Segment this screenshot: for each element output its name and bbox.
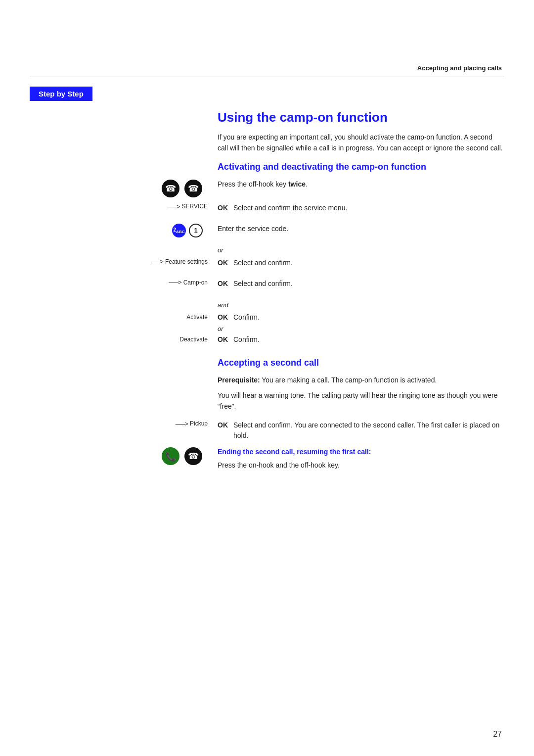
sub-row-activate: Activate OK Confirm. bbox=[30, 313, 504, 321]
sub-right-activate: OK Confirm. bbox=[213, 313, 504, 321]
off-hook-icon-1: ☎ bbox=[161, 179, 180, 198]
step-right-service-code: Enter the service code. bbox=[213, 224, 504, 234]
service-menu-label: SERVICE bbox=[182, 203, 208, 210]
ending-text: Press the on-hook and the off-hook key. bbox=[218, 460, 340, 471]
svg-text:☎: ☎ bbox=[188, 451, 199, 461]
off-hook-icon-3: ☎ bbox=[184, 447, 203, 466]
ending-icons: 📞 ☎ bbox=[161, 447, 208, 466]
svg-text:📞: 📞 bbox=[165, 451, 177, 462]
step-right-and: and bbox=[213, 299, 504, 311]
sub-left-activate: Activate bbox=[30, 314, 213, 321]
step-row-ending: 📞 ☎ Ending the second call, resuming the… bbox=[30, 447, 504, 471]
campon-menu-label: Camp-on bbox=[183, 279, 208, 286]
deactivate-label: Deactivate bbox=[179, 336, 208, 343]
feature-menu-label: Feature settings bbox=[165, 258, 208, 265]
arrow-campon: –––> Camp-on bbox=[169, 279, 208, 286]
two-col-layout: Using the camp-on function If you are ex… bbox=[30, 110, 504, 179]
section1-heading: Activating and deactivating the camp-on … bbox=[218, 161, 504, 173]
step-right-or1: or bbox=[213, 244, 504, 256]
off-hook-icon-2: ☎ bbox=[184, 179, 203, 198]
section1-heading-text: Activating and deactivating the camp-on … bbox=[218, 162, 426, 172]
step-row-and: and bbox=[30, 299, 504, 311]
campon-ok-label: OK bbox=[218, 279, 229, 289]
service-ok-text: Select and confirm the service menu. bbox=[233, 203, 347, 213]
step-left-ending-icons: 📞 ☎ bbox=[30, 447, 213, 466]
ending-subheading: Ending the second call, resuming the fir… bbox=[218, 447, 371, 457]
step-row-or1: or bbox=[30, 244, 504, 256]
step-row-or2: or bbox=[30, 323, 504, 335]
step-right-campon: OK Select and confirm. bbox=[213, 279, 504, 289]
left-col bbox=[30, 110, 213, 179]
arrow-pickup: –––> Pickup bbox=[176, 420, 208, 427]
step-row-numbers: 2ABC 1 Enter the service code. bbox=[30, 224, 504, 239]
activate-ok-label: OK bbox=[218, 313, 229, 321]
step-by-step-banner: Step by Step bbox=[30, 87, 92, 101]
service-code-text: Enter the service code. bbox=[218, 224, 288, 234]
deactivate-ok-label: OK bbox=[218, 335, 229, 343]
step-right-press-twice: Press the off-hook key twice. bbox=[213, 179, 504, 189]
arrow-sym-pickup: –––> bbox=[176, 420, 188, 427]
svg-text:☎: ☎ bbox=[188, 184, 199, 193]
step-left-service: –––> SERVICE bbox=[30, 203, 213, 210]
phone-icons-pair: ☎ ☎ bbox=[161, 179, 208, 198]
sub-left-deactivate: Deactivate bbox=[30, 336, 213, 343]
deactivate-ok-text: Confirm. bbox=[233, 335, 260, 343]
feature-ok-label: OK bbox=[218, 258, 229, 268]
section2-right: Accepting a second call Prerequisite: Yo… bbox=[213, 352, 504, 420]
step-row-phone-icons: ☎ ☎ Press the off-hook key twice. bbox=[30, 179, 504, 198]
arrow-sym-campon: –––> bbox=[169, 279, 181, 286]
and-text: and bbox=[218, 299, 228, 311]
step-row-campon: –––> Camp-on OK Select and confirm. bbox=[30, 279, 504, 294]
warning-tone-span: You will hear a warning tone. The callin… bbox=[218, 391, 498, 410]
arrow-service: –––> SERVICE bbox=[167, 203, 208, 210]
step-right-or2: or bbox=[213, 323, 504, 335]
main-content: Step by Step Using the camp-on function … bbox=[30, 87, 504, 726]
ending-heading-text: Ending the second call, resuming the fir… bbox=[218, 448, 371, 456]
prereq-text: Prerequisite: You are making a call. The… bbox=[218, 375, 504, 386]
press-twice-bold: twice bbox=[288, 179, 306, 189]
section2-left bbox=[30, 352, 213, 420]
number-badges-row: 2ABC 1 bbox=[172, 224, 208, 237]
press-twice-label: Press the off-hook key bbox=[218, 179, 286, 189]
page-container: Accepting and placing calls Step by Step… bbox=[0, 0, 534, 756]
step-row-feature: –––> Feature settings OK Select and conf… bbox=[30, 258, 504, 274]
intro-text: If you are expecting an important call, … bbox=[218, 132, 504, 153]
or1-text: or bbox=[218, 244, 223, 256]
badge-2abc: 2ABC bbox=[172, 224, 186, 237]
step-right-service: OK Select and confirm the service menu. bbox=[213, 203, 504, 213]
section2-layout: Accepting a second call Prerequisite: Yo… bbox=[30, 352, 504, 420]
activate-label: Activate bbox=[186, 314, 208, 321]
pickup-ok-label: OK bbox=[218, 420, 229, 430]
campon-ok-text: Select and confirm. bbox=[233, 279, 293, 289]
step-right-pickup: OK Select and confirm. You are connected… bbox=[213, 420, 504, 441]
right-col: Using the camp-on function If you are ex… bbox=[213, 110, 504, 179]
section2-heading-text: Accepting a second call bbox=[218, 358, 319, 368]
header-rule bbox=[30, 77, 504, 77]
step-left-pickup: –––> Pickup bbox=[30, 420, 213, 427]
step-left-feature: –––> Feature settings bbox=[30, 258, 213, 265]
on-hook-icon: 📞 bbox=[161, 447, 180, 466]
activate-ok-text: Confirm. bbox=[233, 313, 260, 321]
warning-tone-text: You will hear a warning tone. The callin… bbox=[218, 390, 504, 412]
arrow-sym-service: –––> bbox=[167, 203, 179, 210]
header-title-text: Accepting and placing calls bbox=[417, 64, 502, 72]
sub-right-deactivate: OK Confirm. bbox=[213, 335, 504, 343]
arrow-sym-feature: –––> bbox=[151, 258, 163, 265]
ending-text-span: Press the on-hook and the off-hook key. bbox=[218, 461, 340, 469]
page-number-text: 27 bbox=[493, 730, 502, 738]
intro-text-span: If you are expecting an important call, … bbox=[218, 133, 503, 152]
step-left-campon: –––> Camp-on bbox=[30, 279, 213, 286]
page-number: 27 bbox=[493, 730, 502, 739]
header-title: Accepting and placing calls bbox=[417, 64, 502, 72]
page-title: Using the camp-on function bbox=[218, 110, 504, 125]
sub-row-deactivate: Deactivate OK Confirm. bbox=[30, 335, 504, 343]
prereq-text-span: You are making a call. The camp-on funct… bbox=[262, 376, 437, 384]
svg-text:☎: ☎ bbox=[165, 184, 176, 193]
service-ok-label: OK bbox=[218, 203, 229, 213]
step-left-numbers: 2ABC 1 bbox=[30, 224, 213, 237]
step-right-ending: Ending the second call, resuming the fir… bbox=[213, 447, 504, 471]
pickup-ok-text: Select and confirm. You are connected to… bbox=[233, 420, 504, 441]
step-row-pickup: –––> Pickup OK Select and confirm. You a… bbox=[30, 420, 504, 441]
step-by-step-label: Step by Step bbox=[39, 90, 84, 98]
feature-ok-text: Select and confirm. bbox=[233, 258, 293, 268]
